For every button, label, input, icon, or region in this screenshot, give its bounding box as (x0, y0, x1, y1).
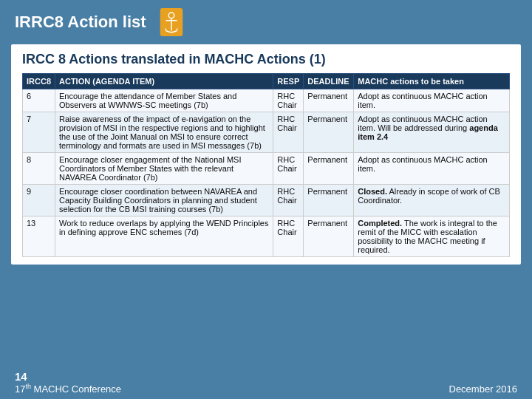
header: IRRC8 Action list (0, 0, 532, 44)
cell-resp: RHC Chair (273, 153, 304, 185)
cell-action: Work to reduce overlaps by applying the … (55, 216, 273, 257)
main-content: IRCC 8 Actions translated in MACHC Actio… (11, 44, 521, 265)
cell-deadline: Permanent (304, 112, 354, 153)
cell-machc: Adopt as continuous MACHC action item. (354, 153, 510, 185)
footer-left: 14 17th MACHC Conference (15, 370, 121, 395)
cell-machc: Adopt as continuous MACHC action item. (354, 89, 510, 112)
table-row: 13Work to reduce overlaps by applying th… (23, 216, 510, 257)
cell-resp: RHC Chair (273, 112, 304, 153)
cell-ircc: 13 (23, 216, 55, 257)
table-row: 7Raise awareness of the impact of e-navi… (23, 112, 510, 153)
cell-action: Encourage the attendance of Member State… (55, 89, 273, 112)
cell-action: Raise awareness of the impact of e-navig… (55, 112, 273, 153)
conference-name: 17th MACHC Conference (15, 383, 121, 395)
cell-machc: Closed. Already in scope of work of CB C… (354, 185, 510, 216)
footer-date: December 2016 (449, 383, 518, 395)
cell-ircc: 8 (23, 153, 55, 185)
cell-action: Encourage closer coordination between NA… (55, 185, 273, 216)
table-row: 9Encourage closer coordination between N… (23, 185, 510, 216)
col-header-resp: RESP (273, 74, 304, 89)
anchor-icon (157, 8, 185, 36)
cell-deadline: Permanent (304, 153, 354, 185)
footer: 14 17th MACHC Conference December 2016 (0, 366, 532, 399)
col-header-ircc: IRCC8 (23, 74, 55, 89)
table-row: 8Encourage closer engagement of the Nati… (23, 153, 510, 185)
cell-deadline: Permanent (304, 216, 354, 257)
cell-resp: RHC Chair (273, 89, 304, 112)
cell-resp: RHC Chair (273, 185, 304, 216)
table-header-row: IRCC8 ACTION (AGENDA ITEM) RESP DEADLINE… (23, 74, 510, 89)
col-header-machc: MACHC actions to be taken (354, 74, 510, 89)
cell-ircc: 6 (23, 89, 55, 112)
table-row: 6Encourage the attendance of Member Stat… (23, 89, 510, 112)
slide-number: 14 (15, 370, 121, 383)
col-header-action: ACTION (AGENDA ITEM) (55, 74, 273, 89)
cell-machc: Completed. The work is integral to the r… (354, 216, 510, 257)
page-title: IRRC8 Action list (15, 13, 146, 32)
cell-ircc: 9 (23, 185, 55, 216)
cell-ircc: 7 (23, 112, 55, 153)
section-title: IRCC 8 Actions translated in MACHC Actio… (22, 52, 510, 67)
cell-resp: RHC Chair (273, 216, 304, 257)
cell-deadline: Permanent (304, 185, 354, 216)
action-table: IRCC8 ACTION (AGENDA ITEM) RESP DEADLINE… (22, 73, 510, 257)
cell-machc: Adopt as continuous MACHC action item. W… (354, 112, 510, 153)
cell-action: Encourage closer engagement of the Natio… (55, 153, 273, 185)
col-header-deadline: DEADLINE (304, 74, 354, 89)
cell-deadline: Permanent (304, 89, 354, 112)
